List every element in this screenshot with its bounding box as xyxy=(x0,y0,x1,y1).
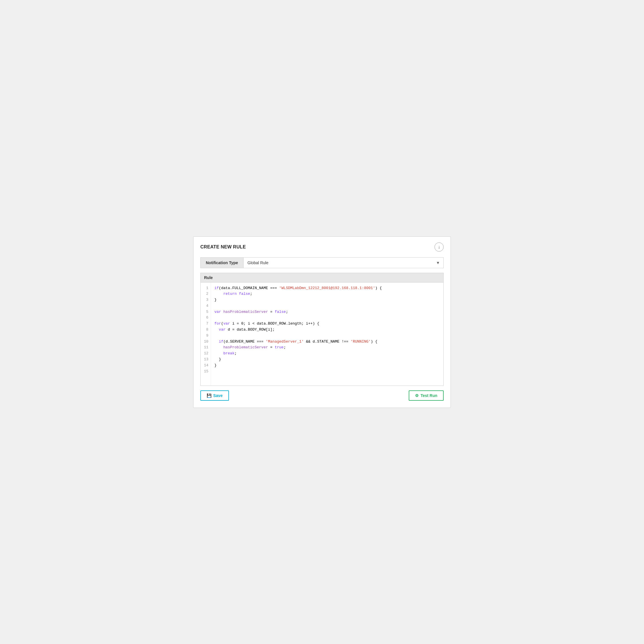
line-number: 8 xyxy=(204,327,208,333)
code-line: return false; xyxy=(214,291,440,297)
code-line: var d = data.BODY_ROW[i]; xyxy=(214,327,440,333)
line-number: 11 xyxy=(204,345,208,351)
notification-type-label: Notification Type xyxy=(201,258,244,268)
rule-section: Rule 123456789101112131415 if(data.FULL_… xyxy=(200,273,444,386)
line-number: 6 xyxy=(204,315,208,321)
code-line xyxy=(214,303,440,309)
code-line xyxy=(214,333,440,339)
line-number: 13 xyxy=(204,357,208,363)
panel-title: CREATE NEW RULE xyxy=(200,244,246,250)
code-content[interactable]: if(data.FULL_DOMAIN_NAME === 'WLSDMLabDm… xyxy=(211,283,443,386)
code-line: } xyxy=(214,297,440,303)
create-rule-panel: CREATE NEW RULE ↓ Notification Type Glob… xyxy=(193,236,451,408)
rule-section-header: Rule xyxy=(201,273,443,283)
line-number: 10 xyxy=(204,339,208,345)
line-number: 4 xyxy=(204,303,208,309)
line-number: 1 xyxy=(204,285,208,291)
notification-type-select[interactable]: Global Rule Server Rule Cluster Rule xyxy=(244,258,443,268)
code-line: } xyxy=(214,363,440,369)
code-line: if(d.SERVER_NAME === 'ManagedServer_1' &… xyxy=(214,339,440,345)
line-number: 3 xyxy=(204,297,208,303)
line-number: 2 xyxy=(204,291,208,297)
line-number: 12 xyxy=(204,351,208,357)
footer-actions: 💾 Save ⚙ Test Run xyxy=(200,390,444,401)
download-button[interactable]: ↓ xyxy=(434,242,444,252)
page-wrapper: CREATE NEW RULE ↓ Notification Type Glob… xyxy=(193,236,451,408)
code-line: } xyxy=(214,357,440,363)
line-number: 15 xyxy=(204,369,208,375)
save-label: Save xyxy=(213,393,223,398)
notification-type-select-wrapper: Global Rule Server Rule Cluster Rule ▼ xyxy=(244,258,443,268)
test-run-label: Test Run xyxy=(420,393,437,398)
line-number: 5 xyxy=(204,309,208,315)
code-line xyxy=(214,369,440,375)
line-number: 7 xyxy=(204,321,208,327)
code-line: if(data.FULL_DOMAIN_NAME === 'WLSDMLabDm… xyxy=(214,285,440,291)
line-number: 9 xyxy=(204,333,208,339)
panel-header: CREATE NEW RULE ↓ xyxy=(200,242,444,252)
code-editor[interactable]: 123456789101112131415 if(data.FULL_DOMAI… xyxy=(201,283,443,386)
test-run-button[interactable]: ⚙ Test Run xyxy=(409,390,444,401)
save-button[interactable]: 💾 Save xyxy=(200,390,229,401)
test-run-icon: ⚙ xyxy=(415,393,419,398)
code-line xyxy=(214,315,440,321)
line-numbers: 123456789101112131415 xyxy=(201,283,211,386)
save-icon: 💾 xyxy=(207,393,212,398)
line-number: 14 xyxy=(204,363,208,369)
code-line: for(var i = 0; i < data.BODY_ROW.length;… xyxy=(214,321,440,327)
code-line: break; xyxy=(214,351,440,357)
code-line: hasProblematicServer = true; xyxy=(214,345,440,351)
notification-type-row: Notification Type Global Rule Server Rul… xyxy=(200,257,444,268)
download-icon: ↓ xyxy=(438,244,440,250)
code-editor-inner[interactable]: 123456789101112131415 if(data.FULL_DOMAI… xyxy=(201,283,443,386)
code-line: var hasProblematicServer = false; xyxy=(214,309,440,315)
